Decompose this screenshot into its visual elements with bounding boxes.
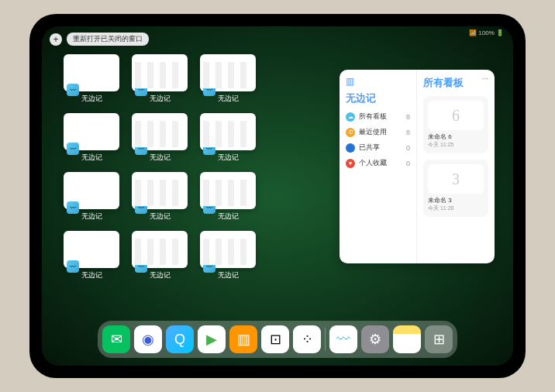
ipad-frame: 📶 100% 🔋 + 重新打开已关闭的窗口 〰无边记〰无边记〰无边记〰无边记〰无… (29, 14, 526, 378)
window-name: 无边记 (150, 153, 171, 163)
browser-icon[interactable]: Q (166, 325, 194, 353)
panel-left: ▥ 无边记 ☁所有看板8⏱最近使用8👤已共享0♥个人收藏0 (340, 70, 417, 263)
row-count: 8 (406, 129, 410, 136)
board-name: 未命名 6 (428, 132, 484, 141)
window-thumbnail[interactable]: 〰无边记 (64, 172, 119, 222)
panel-row[interactable]: ☁所有看板8 (346, 112, 410, 122)
freeform-app-icon: 〰 (67, 260, 79, 273)
window-thumbnail[interactable]: 〰无边记 (200, 172, 256, 222)
panel-row[interactable]: ⏱最近使用8 (346, 127, 410, 137)
window-name: 无边记 (218, 94, 239, 104)
panel-row[interactable]: ♥个人收藏0 (346, 158, 410, 168)
panel-row[interactable]: 👤已共享0 (346, 143, 410, 153)
thumbnail-preview: 〰 (132, 231, 188, 268)
row-label: 个人收藏 (359, 158, 387, 168)
thumbnail-preview: 〰 (132, 54, 188, 91)
row-count: 0 (406, 144, 410, 152)
row-count: 8 (406, 113, 410, 121)
freeform-app-icon: 〰 (135, 143, 147, 155)
window-name: 无边记 (218, 211, 239, 222)
board-date: 今天 11:20 (428, 205, 484, 212)
freeform-app-icon: 〰 (203, 201, 215, 214)
window-name: 无边记 (81, 153, 102, 163)
dice-icon[interactable]: ⊡ (261, 325, 289, 353)
window-thumbnail[interactable]: 〰无边记 (64, 113, 119, 163)
thumbnail-preview: 〰 (200, 54, 256, 91)
board-sketch: 6 (428, 101, 484, 130)
panel-right-title: 所有看板 (423, 76, 488, 90)
freeform-app-icon: 〰 (67, 143, 79, 155)
window-name: 无边记 (81, 211, 102, 222)
row-count: 0 (406, 160, 410, 167)
play-icon[interactable]: ▶ (198, 325, 226, 353)
row-icon: ♥ (346, 159, 355, 168)
panel-left-title: 无边记 (346, 91, 410, 105)
dock-separator (325, 328, 326, 351)
dock: ✉◉Q▶▥⊡⁘〰⚙⊞ (98, 321, 457, 358)
freeform-app-icon: 〰 (67, 201, 79, 214)
window-thumbnail[interactable]: 〰无边记 (64, 231, 119, 280)
row-icon: 👤 (346, 143, 355, 153)
window-name: 无边记 (150, 270, 171, 280)
quark-icon[interactable]: ◉ (134, 325, 162, 353)
settings-icon[interactable]: ⚙ (361, 325, 389, 353)
top-bar: + 重新打开已关闭的窗口 (50, 33, 149, 46)
window-thumbnail[interactable]: 〰无边记 (200, 113, 256, 163)
row-icon: ⏱ (346, 128, 355, 137)
reopen-window-button[interactable]: 重新打开已关闭的窗口 (67, 33, 149, 46)
window-thumbnail[interactable]: 〰无边记 (132, 54, 188, 104)
row-label: 最近使用 (359, 127, 387, 137)
row-label: 所有看板 (359, 112, 387, 122)
freeform-app-icon: 〰 (203, 84, 215, 96)
thumbnail-preview: 〰 (200, 113, 256, 150)
panel-right: 所有看板 6未命名 6今天 11:253未命名 3今天 11:20 (417, 70, 495, 263)
screen: 📶 100% 🔋 + 重新打开已关闭的窗口 〰无边记〰无边记〰无边记〰无边记〰无… (42, 26, 513, 366)
window-thumbnail[interactable]: 〰无边记 (132, 172, 188, 222)
freeform-app-icon: 〰 (135, 84, 147, 96)
thumbnail-preview: 〰 (64, 54, 119, 91)
thumbnail-preview: 〰 (200, 172, 256, 209)
thumbnail-preview: 〰 (200, 231, 256, 268)
window-name: 无边记 (218, 270, 239, 280)
board-sketch: 3 (428, 164, 484, 194)
appgrid-icon[interactable]: ⊞ (425, 325, 453, 353)
window-name: 无边记 (218, 153, 239, 163)
status-bar: 📶 100% 🔋 (469, 29, 504, 36)
thumbnail-preview: 〰 (64, 231, 119, 268)
freeform-app-icon: 〰 (203, 143, 215, 155)
side-panel: ··· ▥ 无边记 ☁所有看板8⏱最近使用8👤已共享0♥个人收藏0 所有看板 6… (340, 70, 495, 263)
wechat-icon[interactable]: ✉ (102, 325, 130, 353)
panel-more-button[interactable]: ··· (482, 74, 488, 83)
sidebar-icon[interactable]: ▥ (346, 76, 410, 87)
window-thumbnail[interactable]: 〰无边记 (64, 54, 119, 104)
window-name: 无边记 (81, 94, 102, 104)
freeform-app-icon: 〰 (67, 84, 79, 96)
window-thumbnail[interactable]: 〰无边记 (132, 231, 188, 280)
window-grid: 〰无边记〰无边记〰无边记〰无边记〰无边记〰无边记〰无边记〰无边记〰无边记〰无边记… (64, 54, 324, 280)
board-name: 未命名 3 (428, 196, 484, 205)
thumbnail-preview: 〰 (132, 172, 188, 209)
freeform-app-icon: 〰 (203, 260, 215, 273)
board-card[interactable]: 3未命名 3今天 11:20 (423, 160, 488, 217)
thumbnail-preview: 〰 (64, 172, 119, 209)
freeform-icon[interactable]: 〰 (329, 325, 357, 353)
window-name: 无边记 (150, 211, 171, 222)
window-name: 无边记 (150, 94, 171, 104)
freeform-app-icon: 〰 (135, 201, 147, 214)
board-date: 今天 11:25 (428, 141, 484, 149)
board-card[interactable]: 6未命名 6今天 11:25 (423, 96, 488, 153)
notes-icon[interactable] (393, 325, 421, 353)
books-icon[interactable]: ▥ (229, 325, 257, 353)
freeform-app-icon: 〰 (135, 260, 147, 273)
window-thumbnail[interactable]: 〰无边记 (132, 113, 188, 163)
thumbnail-preview: 〰 (132, 113, 188, 150)
thumbnail-preview: 〰 (64, 113, 119, 150)
row-label: 已共享 (359, 143, 380, 153)
row-icon: ☁ (346, 112, 355, 122)
window-thumbnail[interactable]: 〰无边记 (200, 54, 256, 104)
add-button[interactable]: + (50, 33, 62, 46)
window-name: 无边记 (81, 270, 102, 280)
share-icon[interactable]: ⁘ (293, 325, 321, 353)
window-thumbnail[interactable]: 〰无边记 (200, 231, 256, 280)
